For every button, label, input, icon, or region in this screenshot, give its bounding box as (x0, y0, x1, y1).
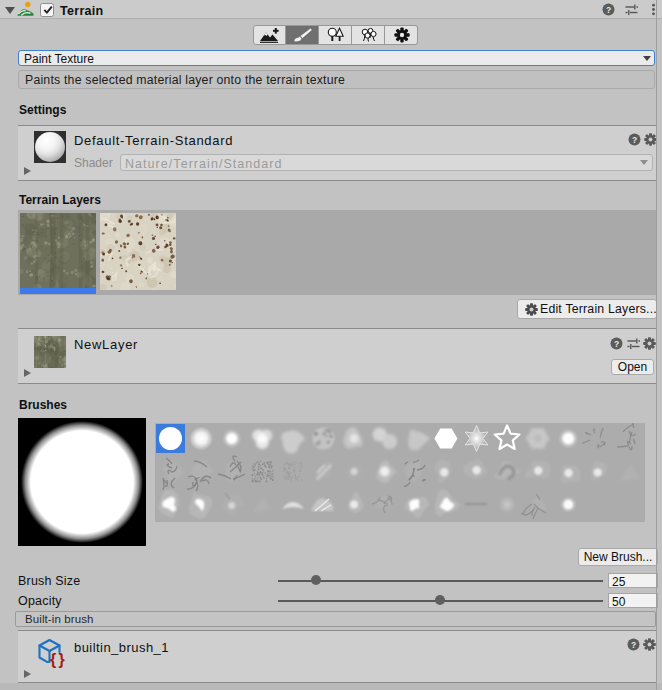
svg-text:?: ? (632, 135, 637, 145)
svg-text:?: ? (614, 339, 619, 349)
svg-text:?: ? (606, 4, 611, 14)
svg-text:}: } (59, 651, 65, 668)
svg-text:{: { (50, 651, 56, 668)
svg-text:?: ? (631, 640, 636, 650)
